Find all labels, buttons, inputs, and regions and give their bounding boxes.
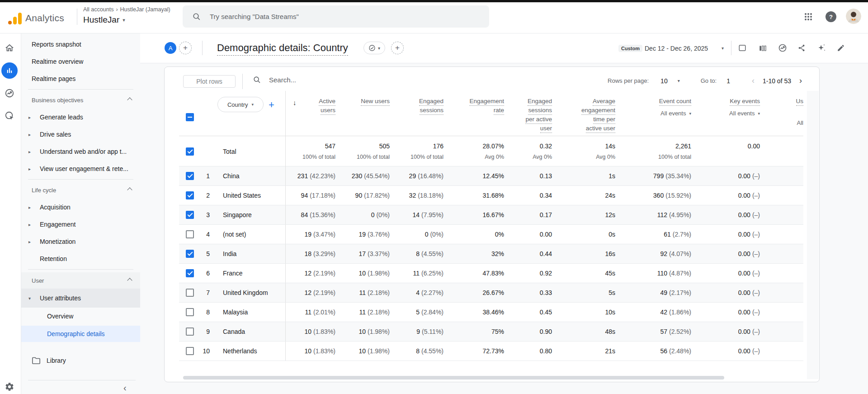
column-header-event-count[interactable]: Event countAll events▾ — [615, 91, 691, 117]
metric-cell-empty — [760, 322, 803, 341]
breadcrumb-account[interactable]: HustleJar (Jamayal) — [120, 6, 170, 13]
expand-arrow-icon[interactable]: ▸ — [28, 205, 40, 210]
sidebar-item-view-user-engagement-rete[interactable]: ▸View user engagement & rete... — [21, 160, 140, 177]
row-checkbox[interactable] — [186, 191, 194, 199]
table-search-input[interactable] — [269, 76, 405, 84]
share-icon[interactable] — [794, 41, 809, 55]
advertising-nav-icon[interactable] — [5, 111, 14, 121]
breadcrumb-all-accounts[interactable]: All accounts — [83, 6, 113, 13]
expand-arrow-icon[interactable]: ▸ — [28, 115, 40, 120]
column-header-line: users — [321, 107, 335, 115]
column-header-average-engagement-time-per-active-user[interactable]: Averageengagementtime peractive user — [552, 91, 615, 134]
chevron-up-icon[interactable] — [127, 97, 132, 102]
add-note-icon[interactable] — [735, 41, 750, 55]
date-range-selector[interactable]: Dec 12 - Dec 26, 2025 — [645, 45, 708, 52]
next-page-icon[interactable]: › — [799, 76, 802, 85]
row-checkbox[interactable] — [186, 172, 194, 180]
column-header-new-users[interactable]: New users — [335, 91, 390, 107]
user-avatar[interactable] — [846, 9, 861, 24]
home-icon[interactable] — [5, 43, 14, 53]
select-all-checkbox[interactable] — [186, 113, 194, 121]
edit-pencil-icon[interactable] — [834, 41, 848, 55]
sidebar-item-realtime-overview[interactable]: Realtime overview — [21, 53, 140, 70]
reports-nav-icon[interactable] — [1, 62, 18, 79]
column-header-engaged-sessions-per-active-user[interactable]: Engagedsessionsper activeuser — [504, 91, 552, 134]
row-checkbox[interactable] — [186, 347, 194, 355]
goto-page-value[interactable]: 1 — [726, 77, 730, 85]
expand-arrow-icon[interactable]: ▸ — [28, 166, 40, 171]
sidebar-item-drive-sales[interactable]: ▸Drive sales — [21, 126, 140, 143]
column-header-engagement-rate[interactable]: Engagementrate — [443, 91, 504, 116]
comparison-chip-a[interactable]: A — [165, 42, 176, 54]
global-search-bar[interactable] — [183, 5, 489, 28]
metric-cell: 61(2.7%) — [615, 225, 691, 244]
ai-sparkle-icon[interactable] — [814, 41, 829, 55]
metric-percent: (17.18%) — [310, 192, 335, 199]
collapse-arrow-icon[interactable]: ▾ — [28, 296, 40, 301]
metric-value: 5 — [416, 309, 420, 316]
sidebar-item-retention[interactable]: Retention — [21, 250, 140, 267]
metric-cell: 0.17 — [504, 205, 552, 224]
row-checkbox[interactable] — [186, 230, 194, 238]
events-filter-dropdown[interactable]: All events▾ — [660, 110, 691, 117]
column-header-engaged-sessions[interactable]: Engagedsessions — [390, 91, 443, 116]
dimension-label: Country — [227, 101, 248, 108]
sidebar-item-understand-web-and-or-app-t[interactable]: ▸Understand web and/or app t... — [21, 143, 140, 160]
previous-page-icon[interactable]: ‹ — [752, 76, 755, 85]
global-search-input[interactable] — [210, 13, 463, 20]
sidebar-item-overview[interactable]: Overview — [21, 308, 140, 325]
sidebar-item-generate-leads[interactable]: ▸Generate leads — [21, 109, 140, 126]
sidebar-item-label: Overview — [47, 313, 73, 320]
column-header-key-events[interactable]: Key eventsAll events▾ — [691, 91, 760, 117]
metric-value: 56 — [660, 347, 667, 355]
plot-rows-button[interactable]: Plot rows — [183, 75, 236, 88]
compare-reports-icon[interactable] — [755, 41, 770, 55]
help-icon[interactable]: ? — [826, 11, 836, 22]
expand-arrow-icon[interactable]: ▸ — [28, 239, 40, 244]
chevron-down-icon[interactable]: ▾ — [722, 46, 724, 51]
total-value: 2,261 — [675, 142, 691, 150]
sidebar-item-demographic-details[interactable]: Demographic details — [21, 326, 140, 342]
table-search[interactable] — [253, 76, 405, 84]
sidebar-item-engagement[interactable]: ▸Engagement — [21, 216, 140, 233]
add-dimension-button[interactable]: + — [269, 99, 274, 111]
row-checkbox[interactable] — [186, 211, 194, 219]
sort-descending-icon[interactable]: ↓ — [293, 99, 297, 106]
total-checkbox[interactable] — [186, 147, 194, 156]
sidebar-item-monetization[interactable]: ▸Monetization — [21, 233, 140, 250]
horizontal-scrollbar[interactable] — [183, 376, 724, 380]
explore-nav-icon[interactable] — [5, 88, 14, 98]
column-header-us[interactable]: UsAll — [760, 91, 803, 126]
report-saved-state-button[interactable]: ▾ — [363, 42, 385, 54]
add-comparison-button[interactable]: + — [179, 42, 192, 54]
sidebar-item-realtime-pages[interactable]: Realtime pages — [21, 70, 140, 87]
add-report-tab-button[interactable]: + — [391, 42, 404, 54]
expand-arrow-icon[interactable]: ▸ — [28, 132, 40, 137]
row-checkbox[interactable] — [186, 289, 194, 297]
sidebar-item-acquisition[interactable]: ▸Acquisition — [21, 199, 140, 216]
events-filter-dropdown[interactable]: All events▾ — [729, 110, 760, 117]
metric-value: 230 — [352, 172, 362, 180]
analytics-logo-icon[interactable] — [8, 12, 22, 24]
sidebar-item-reports-snapshot[interactable]: Reports snapshot — [21, 36, 140, 53]
chevron-down-icon[interactable]: ▾ — [678, 78, 680, 83]
row-checkbox[interactable] — [186, 308, 194, 316]
expand-arrow-icon[interactable]: ▸ — [28, 149, 40, 154]
expand-arrow-icon[interactable]: ▸ — [28, 222, 40, 227]
sidebar-section-label: Business objectives — [32, 97, 128, 104]
row-checkbox[interactable] — [186, 328, 194, 336]
property-selector[interactable]: HustleJar ▾ — [83, 15, 125, 25]
chevron-up-icon[interactable] — [127, 187, 132, 192]
google-apps-grid-icon[interactable] — [803, 11, 814, 22]
dimension-dropdown[interactable]: Country ▾ — [217, 97, 264, 112]
collapse-sidebar-icon[interactable]: ‹ — [123, 383, 127, 393]
admin-gear-icon[interactable] — [5, 382, 14, 392]
insights-icon[interactable] — [775, 41, 790, 55]
sidebar-item-library[interactable]: Library — [21, 352, 140, 369]
row-checkbox[interactable] — [186, 269, 194, 277]
rows-per-page-value[interactable]: 10 — [660, 77, 668, 85]
header-divider — [731, 41, 731, 55]
chevron-up-icon[interactable] — [127, 278, 132, 283]
row-checkbox[interactable] — [186, 250, 194, 258]
sidebar-item-user-attributes[interactable]: ▾User attributes — [21, 289, 140, 308]
